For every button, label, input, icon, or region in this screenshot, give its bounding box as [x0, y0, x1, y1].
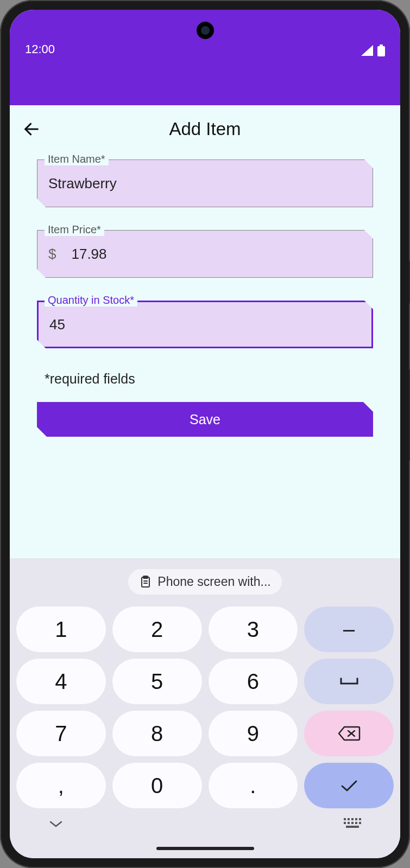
svg-rect-1	[380, 44, 383, 46]
check-icon	[339, 778, 359, 793]
clipboard-icon	[139, 575, 152, 589]
svg-rect-10	[348, 818, 350, 820]
currency-prefix: $	[48, 246, 56, 263]
keyboard-bottom-row	[16, 808, 394, 834]
back-button[interactable]	[20, 117, 43, 141]
suggestion-chip[interactable]: Phone screen with...	[128, 569, 281, 595]
svg-rect-11	[351, 818, 354, 820]
chevron-down-icon	[49, 820, 63, 828]
nav-row: Add Item	[10, 105, 400, 143]
key-6[interactable]: 6	[209, 659, 298, 704]
suggestion-text: Phone screen with...	[157, 575, 270, 589]
status-time: 12:00	[25, 42, 55, 56]
key-0[interactable]: 0	[112, 763, 202, 808]
keyboard-grid: 1 2 3 – 4 5 6 7 8 9 , 0 .	[16, 607, 394, 808]
screen: 12:00 Add Item Item Name* Strawberry	[10, 10, 400, 858]
key-comma[interactable]: ,	[16, 763, 106, 808]
item-price-input[interactable]: $ 17.98	[37, 230, 373, 278]
svg-rect-18	[359, 822, 361, 824]
phone-frame: 12:00 Add Item Item Name* Strawberry	[0, 0, 410, 868]
nav-pill	[156, 847, 254, 850]
svg-rect-19	[346, 826, 359, 828]
key-3[interactable]: 3	[209, 607, 298, 652]
key-dash[interactable]: –	[304, 607, 394, 652]
keyboard-suggestion-row: Phone screen with...	[16, 569, 394, 595]
save-button-label: Save	[190, 412, 220, 427]
battery-icon	[377, 44, 385, 56]
item-name-value: Strawberry	[48, 175, 117, 192]
key-5[interactable]: 5	[112, 659, 202, 704]
quantity-field-wrapper: Quantity in Stock* 45	[37, 301, 373, 348]
space-icon	[339, 677, 359, 686]
add-item-form: Item Name* Strawberry Item Price* $ 17.9…	[10, 143, 400, 437]
keyboard-collapse-button[interactable]	[49, 820, 63, 831]
required-fields-note: *required fields	[45, 371, 373, 387]
key-enter[interactable]	[304, 763, 394, 808]
key-dot[interactable]: .	[209, 763, 298, 808]
camera-notch	[197, 22, 214, 39]
svg-rect-16	[351, 822, 354, 824]
quantity-value: 45	[49, 316, 65, 333]
svg-rect-15	[348, 822, 350, 824]
back-arrow-icon	[22, 120, 41, 138]
key-backspace[interactable]	[304, 711, 394, 756]
page-title: Add Item	[169, 119, 241, 139]
keyboard-icon	[344, 818, 361, 830]
svg-rect-9	[344, 818, 346, 820]
svg-rect-12	[355, 818, 357, 820]
signal-icon	[361, 45, 373, 56]
item-price-label: Item Price*	[45, 224, 104, 236]
svg-rect-13	[359, 818, 361, 820]
gesture-nav-bar[interactable]	[10, 839, 400, 858]
key-1[interactable]: 1	[16, 607, 106, 652]
app-bar	[10, 62, 400, 105]
status-icons	[361, 44, 385, 56]
svg-rect-14	[344, 822, 346, 824]
svg-rect-17	[355, 822, 357, 824]
quantity-label: Quantity in Stock*	[45, 294, 137, 307]
item-name-input[interactable]: Strawberry	[37, 159, 373, 207]
content-area: Add Item Item Name* Strawberry Item Pric…	[10, 105, 400, 558]
svg-rect-0	[377, 46, 385, 56]
key-9[interactable]: 9	[209, 711, 298, 756]
item-name-field-wrapper: Item Name* Strawberry	[37, 159, 373, 207]
item-price-value: 17.98	[71, 246, 106, 263]
key-8[interactable]: 8	[112, 711, 202, 756]
item-price-field-wrapper: Item Price* $ 17.98	[37, 230, 373, 278]
key-space[interactable]	[304, 659, 394, 704]
item-name-label: Item Name*	[45, 153, 109, 165]
quantity-input[interactable]: 45	[37, 301, 373, 348]
key-4[interactable]: 4	[16, 659, 106, 704]
key-7[interactable]: 7	[16, 711, 106, 756]
key-2[interactable]: 2	[112, 607, 202, 652]
keyboard-switch-button[interactable]	[344, 818, 361, 832]
save-button[interactable]: Save	[37, 402, 373, 437]
backspace-icon	[338, 725, 361, 742]
numeric-keyboard: Phone screen with... 1 2 3 – 4 5 6 7 8 9	[10, 558, 400, 839]
